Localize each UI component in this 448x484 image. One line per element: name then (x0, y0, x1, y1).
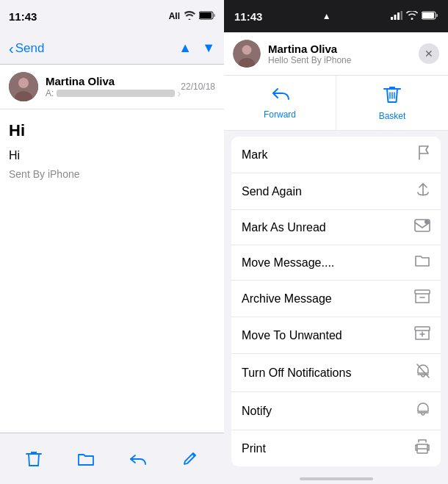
envelope-badge-icon (414, 219, 430, 236)
compose-button[interactable] (174, 443, 206, 475)
svg-rect-7 (394, 15, 396, 20)
svg-rect-6 (391, 17, 393, 20)
resend-icon (416, 182, 430, 201)
svg-point-17 (424, 220, 429, 224)
wifi-icon-left (184, 11, 195, 22)
nav-arrows: ▲ ▼ (178, 40, 215, 56)
printer-icon (414, 439, 430, 458)
wifi-icon-right (406, 11, 418, 22)
battery-icon-right (422, 11, 438, 22)
status-icons-right (391, 11, 438, 22)
menu-item-send-again-label: Send Again (242, 185, 302, 198)
bell-icon (416, 401, 430, 421)
forward-icon (270, 86, 289, 106)
folder-button[interactable] (70, 443, 102, 475)
svg-rect-19 (415, 327, 430, 331)
email-to-value (57, 90, 174, 97)
bottom-toolbar-left (0, 433, 224, 484)
flag-icon (417, 145, 430, 164)
menu-item-archive[interactable]: Archive Message (231, 281, 441, 317)
svg-rect-11 (422, 12, 434, 18)
back-label: Send (15, 41, 45, 56)
spam-icon (414, 326, 430, 344)
popup-header: Martina Oliva Hello Sent By iPhone ✕ (224, 32, 448, 76)
svg-rect-12 (436, 14, 438, 17)
home-bar (300, 477, 373, 480)
email-meta: Martina Oliva A: › (46, 75, 181, 99)
archive-icon (414, 289, 430, 308)
email-to-label: A: (46, 88, 54, 98)
menu-item-mark-unread[interactable]: Mark As Unread (231, 210, 441, 245)
menu-item-notify[interactable]: Notify (231, 392, 441, 430)
nav-down-button[interactable]: ▼ (202, 40, 215, 56)
menu-item-move-message-label: Move Message.... (242, 256, 334, 270)
left-panel: 11:43 All ‹ Send ▲ ▼ (0, 0, 224, 484)
popup-title-area: Martina Oliva Hello Sent By iPhone (268, 43, 419, 65)
battery-icon-left (199, 11, 215, 22)
menu-item-send-again[interactable]: Send Again (231, 173, 441, 210)
popup-preview-text: Hello Sent By iPhone (268, 55, 419, 65)
menu-item-move-unwanted-label: Move To Unwanted (242, 329, 342, 342)
status-time-left: 11:43 (9, 10, 37, 23)
folder-icon (414, 254, 430, 271)
trash-button[interactable] (18, 443, 50, 475)
email-sent-by: Sent By iPhone (9, 168, 215, 180)
status-time-right: 11:43 (234, 10, 262, 23)
basket-label: Basket (379, 111, 406, 121)
bell-slash-icon (416, 363, 430, 383)
right-panel: 11:43 ▲ (224, 0, 448, 484)
menu-item-mark-label: Mark (242, 148, 268, 162)
menu-item-archive-label: Archive Message (242, 292, 332, 306)
menu-section: Mark Send Again Mark As Unread (231, 137, 441, 466)
back-button[interactable]: ‹ Send (9, 41, 44, 56)
email-body: Hi Hi Sent By iPhone (0, 109, 224, 433)
location-icon: ▲ (322, 11, 331, 21)
svg-rect-8 (397, 12, 400, 20)
popup-sender-name: Martina Oliva (268, 43, 419, 55)
svg-point-4 (18, 78, 29, 88)
nav-bar-left: ‹ Send ▲ ▼ (0, 32, 224, 65)
sender-avatar-left (9, 72, 38, 101)
menu-item-turn-off-notifications[interactable]: Turn Off Notifications (231, 354, 441, 392)
forward-action-button[interactable]: Forward (224, 76, 336, 130)
signal-bars-icon (391, 11, 402, 22)
nav-up-button[interactable]: ▲ (178, 40, 192, 56)
svg-rect-9 (400, 11, 402, 20)
menu-item-notify-label: Notify (242, 405, 272, 418)
back-chevron-icon: ‹ (9, 41, 14, 56)
svg-point-14 (242, 46, 252, 55)
menu-item-move-unwanted[interactable]: Move To Unwanted (231, 317, 441, 354)
status-icons-left: All (169, 11, 215, 22)
email-header: Martina Oliva A: › 22/10/18 (0, 65, 224, 109)
menu-item-mark-unread-label: Mark As Unread (242, 221, 326, 234)
action-row: Forward Basket (224, 76, 448, 131)
menu-list: Mark Send Again Mark As Unread (224, 131, 448, 469)
menu-item-turn-off-notifications-label: Turn Off Notifications (242, 366, 351, 380)
email-sender: Martina Oliva (46, 75, 181, 87)
basket-action-button[interactable]: Basket (336, 76, 448, 130)
menu-item-move-message[interactable]: Move Message.... (231, 245, 441, 281)
status-bar-left: 11:43 All (0, 0, 224, 32)
email-body-text: Hi (9, 149, 215, 162)
svg-rect-18 (415, 290, 430, 294)
forward-label: Forward (264, 109, 296, 120)
popup-close-button[interactable]: ✕ (419, 43, 439, 64)
menu-item-print-label: Print (242, 442, 266, 455)
home-indicator-right (224, 469, 448, 484)
email-to-row: A: › (46, 87, 181, 99)
email-date: 22/10/18 (181, 82, 215, 92)
menu-item-mark[interactable]: Mark (231, 137, 441, 173)
basket-icon (383, 84, 401, 108)
svg-rect-2 (214, 14, 215, 17)
carrier-label: All (169, 11, 180, 21)
svg-rect-21 (417, 449, 427, 453)
status-bar-right: 11:43 ▲ (224, 0, 448, 32)
svg-rect-1 (200, 12, 212, 18)
sender-avatar-right (233, 40, 261, 68)
email-subject: Hi (9, 121, 215, 140)
menu-item-print[interactable]: Print (231, 430, 441, 466)
reply-button[interactable] (122, 443, 154, 475)
